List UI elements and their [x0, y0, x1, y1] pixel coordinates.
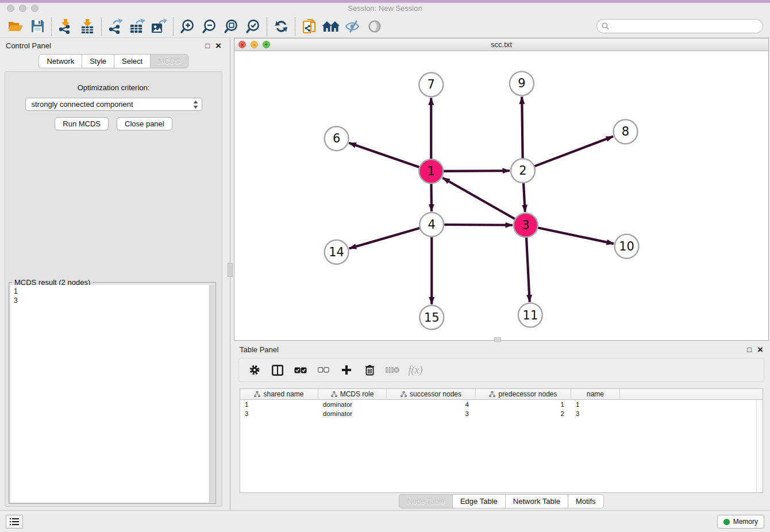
tab-mcds[interactable]: MCDS — [151, 54, 188, 68]
splitter-handle[interactable] — [228, 263, 233, 277]
maximize-window-button[interactable] — [31, 5, 38, 12]
network-minimize-button[interactable]: – — [251, 41, 258, 48]
table-row[interactable]: 1dominator411 — [240, 400, 763, 409]
network-canvas[interactable]: 1234678910111415 — [234, 51, 768, 340]
graph-edge-1-6[interactable] — [349, 143, 419, 168]
criterion-select[interactable]: strongly connected component — [25, 98, 202, 111]
tab-node-table[interactable]: Node Table — [399, 494, 453, 508]
cell[interactable]: 4 — [387, 400, 476, 409]
close-window-button[interactable] — [7, 5, 14, 12]
export-table-button[interactable] — [126, 17, 148, 36]
close-panel-button[interactable]: Close panel — [117, 117, 172, 130]
graph-edge-3-10[interactable] — [537, 228, 614, 244]
graph-node-9[interactable]: 9 — [510, 71, 534, 95]
graph-node-11[interactable]: 11 — [518, 303, 542, 327]
mcds-result-box[interactable]: 1 3 — [10, 285, 214, 502]
clone-network-button[interactable] — [298, 17, 320, 36]
apply-layout-button[interactable] — [270, 17, 292, 36]
graph-node-7[interactable]: 7 — [419, 72, 443, 97]
column-header-MCDS-role[interactable]: MCDS role — [318, 389, 387, 399]
horizontal-splitter-handle[interactable] — [494, 337, 501, 342]
select-all-button[interactable] — [291, 361, 310, 379]
export-network-button[interactable] — [105, 17, 126, 36]
export-image-button[interactable] — [148, 17, 170, 36]
window-controls[interactable] — [7, 5, 38, 12]
save-session-button[interactable] — [26, 17, 48, 36]
search-input[interactable] — [612, 22, 758, 30]
graph-node-15[interactable]: 15 — [419, 306, 444, 330]
function-builder-button[interactable]: f(x) — [406, 361, 425, 379]
graph-node-6[interactable]: 6 — [325, 126, 349, 151]
table-settings-button[interactable] — [245, 361, 264, 379]
graph-edge-1-2[interactable] — [443, 171, 510, 171]
export-network-icon — [108, 18, 124, 34]
column-header-successor-nodes[interactable]: successor nodes — [387, 389, 476, 399]
home-button[interactable] — [320, 17, 342, 36]
memory-button[interactable]: Memory — [717, 515, 764, 529]
close-panel-icon[interactable]: × — [215, 41, 221, 51]
zoom-out-button[interactable] — [198, 17, 220, 36]
graph-edge-2-3[interactable] — [523, 183, 525, 212]
hide-panel-button[interactable] — [342, 17, 364, 36]
cell[interactable]: dominator — [318, 409, 387, 418]
graph-edge-3-11[interactable] — [526, 237, 530, 302]
graph-edge-1-4[interactable] — [431, 183, 432, 211]
cell[interactable]: 1 — [571, 400, 620, 409]
tab-select[interactable]: Select — [114, 54, 151, 68]
refresh-icon — [274, 19, 288, 34]
table-row[interactable]: 3dominator323 — [240, 409, 763, 418]
add-row-button[interactable] — [337, 361, 356, 379]
graph-node-1[interactable]: 1 — [419, 159, 443, 183]
float-panel-icon[interactable]: □ — [747, 346, 752, 353]
deselect-all-button[interactable] — [314, 361, 333, 379]
search-box[interactable] — [596, 19, 763, 33]
zoom-selected-button[interactable] — [242, 17, 264, 36]
tab-edge-table[interactable]: Edge Table — [453, 494, 506, 508]
graph-edge-2-8[interactable] — [534, 136, 614, 166]
column-header-shared-name[interactable]: shared name — [240, 389, 318, 399]
graph-node-2[interactable]: 2 — [511, 159, 535, 183]
delete-table-button[interactable] — [383, 361, 402, 379]
vertical-splitter[interactable] — [227, 38, 234, 510]
network-maximize-button[interactable]: + — [263, 41, 270, 48]
tab-network-table[interactable]: Network Table — [506, 494, 568, 508]
cell[interactable]: dominator — [318, 400, 387, 409]
network-close-button[interactable]: x — [238, 41, 246, 48]
column-header-name[interactable]: name — [571, 389, 620, 399]
close-panel-icon[interactable]: × — [757, 345, 763, 354]
graph-edge-4-14[interactable] — [349, 228, 420, 249]
delete-row-button[interactable] — [360, 361, 379, 379]
cell[interactable]: 3 — [387, 409, 476, 418]
graph-node-4[interactable]: 4 — [419, 213, 444, 237]
cell[interactable]: 3 — [571, 409, 620, 418]
import-table-button[interactable] — [76, 17, 98, 36]
tab-motifs[interactable]: Motifs — [568, 494, 604, 508]
cell[interactable]: 2 — [476, 409, 571, 418]
task-history-button[interactable] — [6, 515, 23, 529]
graph-node-14[interactable]: 14 — [325, 240, 349, 264]
table-scrollbar[interactable] — [756, 400, 763, 492]
tab-style[interactable]: Style — [82, 54, 114, 68]
zoom-fit-button[interactable] — [220, 17, 242, 36]
run-mcds-button[interactable]: Run MCDS — [55, 117, 109, 130]
lens-button[interactable] — [364, 17, 386, 36]
cell[interactable]: 1 — [476, 400, 571, 409]
zoom-in-button[interactable] — [176, 17, 198, 36]
network-window-titlebar[interactable]: x – + scc.txt — [234, 38, 768, 51]
graph-edge-3-1[interactable] — [442, 178, 515, 219]
graph-node-8[interactable]: 8 — [614, 119, 638, 144]
column-header-predecessor-nodes[interactable]: predecessor nodes — [476, 389, 571, 399]
show-columns-button[interactable] — [268, 361, 287, 379]
tab-network[interactable]: Network — [38, 54, 82, 68]
graph-edge-2-9[interactable] — [522, 97, 522, 159]
cell[interactable]: 1 — [240, 400, 318, 409]
graph-node-3[interactable]: 3 — [514, 213, 538, 237]
graph-node-10[interactable]: 10 — [615, 234, 639, 259]
result-scrollbar[interactable] — [209, 285, 214, 502]
open-session-button[interactable] — [5, 17, 26, 36]
minimize-window-button[interactable] — [19, 5, 26, 12]
float-panel-icon[interactable]: □ — [205, 42, 210, 49]
import-network-button[interactable] — [55, 17, 76, 36]
cell[interactable]: 3 — [240, 409, 318, 418]
graph-edge-4-3[interactable] — [444, 225, 513, 225]
